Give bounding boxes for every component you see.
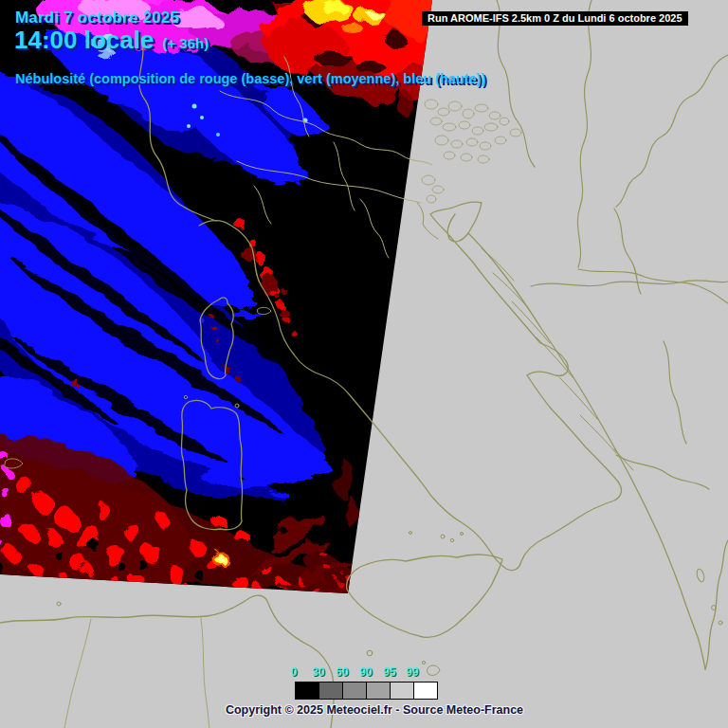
legend-tick: 60 <box>336 665 348 679</box>
legend-tick: 95 <box>383 665 395 679</box>
legend-cell <box>366 682 390 699</box>
forecast-time-label: 14:00 locale <box>14 26 154 54</box>
copyright-label: Copyright © 2025 Meteociel.fr - Source M… <box>226 703 523 717</box>
legend-cell <box>318 682 342 699</box>
legend-cell <box>390 682 413 699</box>
legend-colorbar <box>295 682 438 700</box>
legend-tick: 99 <box>406 665 418 679</box>
legend-cell <box>296 682 318 699</box>
legend-cell <box>342 682 366 699</box>
legend-tick: 30 <box>312 665 324 679</box>
legend-tick: 90 <box>359 665 372 679</box>
run-info-banner: Run AROME-IFS 2.5km 0 Z du Lundi 6 octob… <box>422 11 688 26</box>
weather-map-viewer: Mardi 7 octobre 2025 14:00 locale(+ 36h)… <box>0 0 728 728</box>
forecast-date-label: Mardi 7 octobre 2025 <box>15 9 179 27</box>
cloud-speck-yellow <box>213 552 229 568</box>
legend-cell <box>413 682 437 699</box>
forecast-offset-label: (+ 36h) <box>162 35 209 51</box>
product-title-label: Nébulosité (composition de rouge (basse)… <box>15 71 485 86</box>
satellite-composite-map <box>0 0 728 728</box>
cloud-cover-legend: 0 30 60 90 95 99 <box>295 665 446 703</box>
forecast-time-row: 14:00 locale(+ 36h) <box>14 26 209 55</box>
legend-tick: 0 <box>291 665 298 679</box>
